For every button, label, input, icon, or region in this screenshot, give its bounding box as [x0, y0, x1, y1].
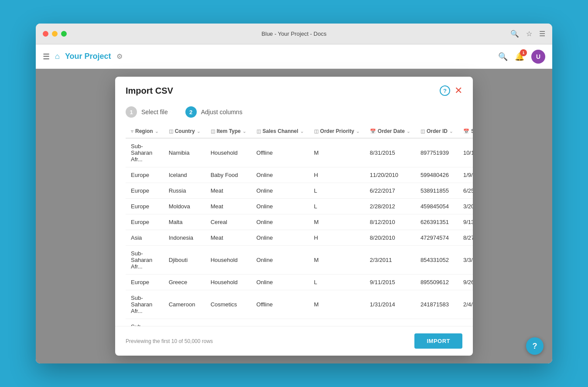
table-cell: 472974574	[415, 230, 458, 246]
col-order-priority[interactable]: ◫ Order Priority ⌄	[309, 125, 365, 138]
step-1-number: 1	[126, 106, 137, 118]
project-name[interactable]: Your Project	[65, 52, 111, 61]
col-item-type[interactable]: ◫ Item Type ⌄	[205, 125, 251, 138]
table-cell: Moldova	[164, 199, 205, 214]
table-cell: 2/4/2014...	[458, 290, 473, 319]
modal-footer: Previewing the first 10 of 50,000 rows I…	[115, 326, 473, 356]
table-icon: ◫	[169, 129, 173, 134]
maximize-button[interactable]	[61, 31, 67, 37]
col-ship-date[interactable]: 📅 Ship Dat	[458, 125, 473, 138]
browser-search-icon[interactable]: 🔍	[510, 30, 519, 38]
col-region[interactable]: ▿ Region ⌄	[126, 125, 164, 138]
table-cell: L	[309, 275, 365, 290]
table-cell: Europe	[126, 199, 164, 214]
calendar-icon: 📅	[370, 129, 376, 134]
table-row: AsiaIndonesiaMeatOnlineH8/20/20104729745…	[126, 230, 473, 246]
table-cell: Baby Food	[205, 167, 251, 183]
table-row: EuropeRussiaMeatOnlineL6/22/201753891185…	[126, 183, 473, 199]
table-cell: 3/3/201...	[458, 246, 473, 275]
table-cell: Indonesia	[164, 230, 205, 246]
table-cell: 11/20/2010	[365, 167, 415, 183]
country-sort-icon: ⌄	[197, 129, 200, 134]
step-1-label: Select file	[141, 109, 168, 115]
table-cell: 9/26/201...	[458, 275, 473, 290]
table-cell: Online	[251, 183, 309, 199]
table-row: EuropeMaltaCerealOnlineM8/12/20106263913…	[126, 214, 473, 230]
hamburger-icon[interactable]: ☰	[43, 52, 50, 61]
table-cell: 2/3/2011	[365, 246, 415, 275]
col-order-id[interactable]: ◫ Order ID ⌄	[415, 125, 458, 138]
avatar[interactable]: U	[531, 50, 545, 64]
region-sort-icon: ⌄	[155, 129, 158, 134]
table-cell: H	[309, 167, 365, 183]
search-icon[interactable]: 🔍	[498, 52, 508, 61]
floating-help-button[interactable]: ?	[526, 337, 544, 355]
import-button[interactable]: IMPORT	[414, 333, 462, 349]
table-cell: Malta	[164, 214, 205, 230]
order-priority-sort-icon: ⌄	[356, 129, 359, 134]
col-order-date-label: Order Date	[378, 128, 405, 134]
table-cell: 897751939	[415, 138, 458, 167]
minimize-button[interactable]	[52, 31, 58, 37]
home-icon[interactable]: ⌂	[55, 52, 60, 61]
table-cell: Online	[251, 167, 309, 183]
table-cell: Online	[251, 199, 309, 214]
table-cell: 9/11/2015	[365, 275, 415, 290]
table-icon4: ◫	[314, 129, 318, 134]
table-cell: 599480426	[415, 167, 458, 183]
step-2-number: 2	[185, 106, 197, 118]
browser-title: Blue - Your Project - Docs	[262, 31, 327, 37]
table-row: Sub-Saharan Afr...NigeriaCosmeticsOnline…	[126, 319, 473, 326]
col-sales-channel[interactable]: ◫ Sales Channel ⌄	[251, 125, 309, 138]
col-order-id-label: Order ID	[427, 128, 448, 134]
table-cell: L	[309, 199, 365, 214]
table-cell: Online	[251, 230, 309, 246]
browser-bookmark-icon[interactable]: ☆	[526, 30, 532, 38]
steps-row: 1 Select file 2 Adjust columns	[115, 103, 473, 125]
table-cell: C	[309, 319, 365, 326]
table-cell: Sub-Saharan Afr...	[126, 290, 164, 319]
col-order-priority-label: Order Priority	[320, 128, 354, 134]
table-cell: M	[309, 214, 365, 230]
table-icon2: ◫	[211, 129, 215, 134]
help-icon[interactable]: ?	[440, 85, 450, 96]
close-icon[interactable]: ✕	[455, 86, 462, 95]
notification-bell[interactable]: 🔔 1	[515, 52, 524, 61]
modal-title: Import CSV	[126, 86, 173, 96]
table-cell: 6/25/201...	[458, 183, 473, 199]
close-button[interactable]	[43, 31, 48, 37]
col-order-date[interactable]: 📅 Order Date ⌄	[365, 125, 415, 138]
order-id-sort-icon: ⌄	[449, 129, 453, 134]
modal-header-icons: ? ✕	[440, 85, 462, 96]
table-cell: Europe	[126, 214, 164, 230]
col-country[interactable]: ◫ Country ⌄	[164, 125, 205, 138]
table-cell: Europe	[126, 183, 164, 199]
table-row: Sub-Saharan Afr...CameroonCosmeticsOffli…	[126, 290, 473, 319]
table-cell: 8/20/2010	[365, 230, 415, 246]
browser-window: Blue - Your Project - Docs 🔍 ☆ ☰ ☰ ⌂ You…	[36, 24, 552, 363]
browser-menu-icon[interactable]: ☰	[539, 30, 545, 38]
table-cell: Sub-Saharan Afr...	[126, 138, 164, 167]
settings-icon[interactable]: ⚙	[116, 52, 123, 61]
preview-text: Previewing the first 10 of 50,000 rows	[126, 338, 213, 344]
table-cell: Nigeria	[164, 319, 205, 326]
table-cell: Household	[205, 275, 251, 290]
data-table: ▿ Region ⌄ ◫ Country ⌄	[126, 125, 473, 326]
import-csv-modal: Import CSV ? ✕ 1 Select file 2 Adjust co…	[115, 77, 473, 356]
browser-controls: 🔍 ☆ ☰	[510, 30, 545, 38]
calendar-icon2: 📅	[463, 129, 469, 134]
page-content: Import CSV ? ✕ 1 Select file 2 Adjust co…	[36, 69, 552, 363]
table-cell: Cosmetics	[205, 290, 251, 319]
table-cell: H	[309, 230, 365, 246]
sales-channel-sort-icon: ⌄	[300, 129, 304, 134]
table-cell: 1/9/201...	[458, 167, 473, 183]
table-cell: Namibia	[164, 138, 205, 167]
table-header-row: ▿ Region ⌄ ◫ Country ⌄	[126, 125, 473, 138]
table-cell: 459845054	[415, 199, 458, 214]
table-cell: 1/31/2014	[365, 290, 415, 319]
step-1: 1 Select file	[126, 106, 168, 118]
app-header: ☰ ⌂ Your Project ⚙ 🔍 🔔 1 U	[36, 44, 552, 69]
filter-icon: ▿	[131, 129, 133, 134]
table-cell: Meat	[205, 199, 251, 214]
table-cell: 895509612	[415, 275, 458, 290]
